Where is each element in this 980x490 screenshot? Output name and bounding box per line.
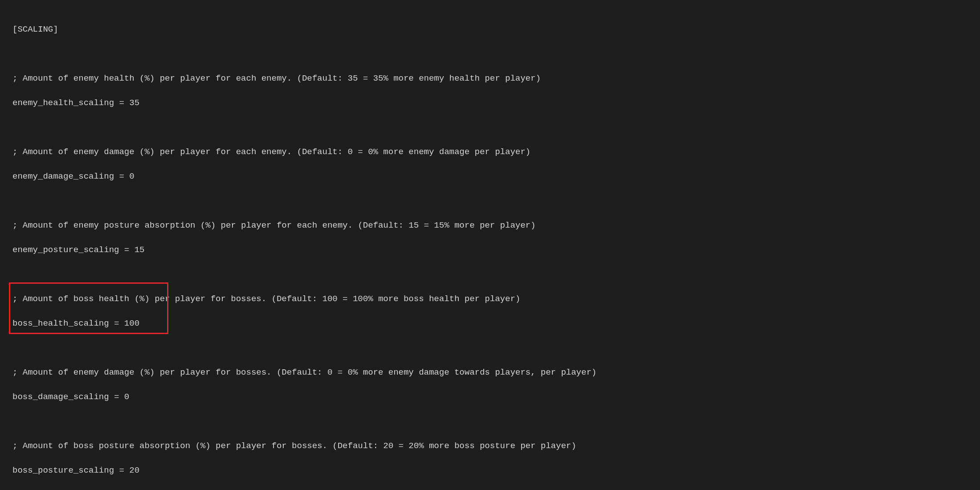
blank-line <box>12 122 968 134</box>
ini-comment: ; Amount of enemy health (%) per player … <box>12 73 968 85</box>
ini-key-enemy-health-scaling: enemy_health_scaling = 35 <box>12 97 968 110</box>
blank-line <box>12 269 968 281</box>
ini-comment: ; Amount of enemy damage (%) per player … <box>12 367 968 379</box>
text-editor-view[interactable]: [SCALING] ; Amount of enemy health (%) p… <box>0 0 980 490</box>
ini-comment: ; Amount of enemy posture absorption (%)… <box>12 220 968 232</box>
ini-key-enemy-damage-scaling: enemy_damage_scaling = 0 <box>12 171 968 183</box>
ini-key-boss-posture-scaling: boss_posture_scaling = 20 <box>12 465 968 477</box>
blank-line <box>12 342 968 355</box>
blank-line <box>12 416 968 428</box>
ini-comment: ; Amount of boss health (%) per player f… <box>12 293 968 306</box>
ini-comment: ; Amount of enemy damage (%) per player … <box>12 146 968 159</box>
blank-line <box>12 195 968 208</box>
ini-key-boss-damage-scaling: boss_damage_scaling = 0 <box>12 391 968 404</box>
ini-comment: ; Amount of boss posture absorption (%) … <box>12 440 968 453</box>
ini-key-boss-health-scaling: boss_health_scaling = 100 <box>12 318 968 330</box>
blank-line <box>12 48 968 61</box>
ini-section-scaling: [SCALING] <box>12 24 968 36</box>
ini-key-enemy-posture-scaling: enemy_posture_scaling = 15 <box>12 244 968 257</box>
